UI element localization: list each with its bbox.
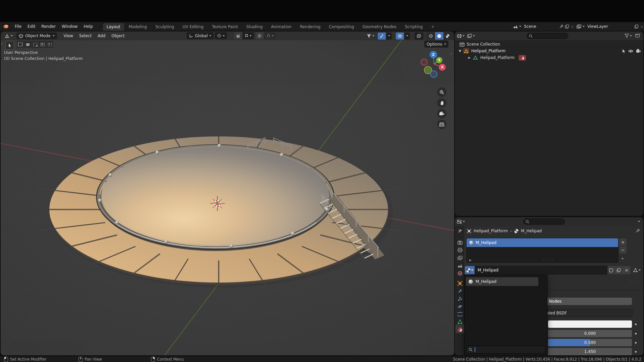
shading-solid-button[interactable] xyxy=(435,32,443,40)
tab-material[interactable] xyxy=(456,326,464,333)
breadcrumb-material[interactable]: M_Helipad xyxy=(521,229,542,233)
outliner-row-scene-collection[interactable]: Scene Collection xyxy=(455,41,643,48)
properties-search[interactable] xyxy=(523,219,565,225)
shading-material-button[interactable] xyxy=(443,32,452,40)
gizmo-axis-x[interactable]: X xyxy=(439,64,446,71)
menu-help[interactable]: Help xyxy=(81,24,95,29)
scene-canvas[interactable] xyxy=(1,40,454,355)
outliner-search[interactable] xyxy=(527,33,568,39)
navigation-gizmo[interactable]: Z Y X xyxy=(417,50,450,80)
link-material-dropdown[interactable] xyxy=(633,266,641,274)
outliner-display-mode-button[interactable] xyxy=(467,34,475,38)
proportional-editing-toggle[interactable] xyxy=(256,32,264,39)
orthographic-toggle-button[interactable] xyxy=(437,120,446,129)
outliner-row-helipad-object[interactable]: ▼ Helipad_Platform xyxy=(455,48,643,54)
tab-uv-editing[interactable]: UV Editing xyxy=(179,23,207,31)
tab-compositing[interactable]: Compositing xyxy=(325,23,358,31)
decorator-dot[interactable] xyxy=(635,351,637,353)
popup-item-m-helipad[interactable]: M_Helipad xyxy=(466,277,538,286)
ior-field[interactable]: 1.450 xyxy=(548,348,632,355)
remove-icon[interactable]: × xyxy=(640,24,644,29)
fake-user-shield-icon[interactable] xyxy=(607,268,615,273)
select-mode-extend[interactable] xyxy=(24,41,31,48)
pivot-point-dropdown[interactable] xyxy=(215,32,227,39)
hide-toggle-eye-icon[interactable] xyxy=(628,49,633,53)
xray-toggle[interactable] xyxy=(415,33,423,40)
viewport-menu-object[interactable]: Object xyxy=(109,34,127,38)
viewport-menu-add[interactable]: Add xyxy=(95,34,108,38)
expand-arrow-icon[interactable]: ▶ xyxy=(468,56,471,59)
tab-view-layer[interactable] xyxy=(456,254,464,261)
base-color-swatch[interactable] xyxy=(548,320,632,328)
outliner-filter-button[interactable] xyxy=(625,34,632,38)
shading-wireframe-button[interactable] xyxy=(427,32,435,40)
tab-world[interactable] xyxy=(456,269,464,277)
proportional-falloff-dropdown[interactable] xyxy=(264,32,276,39)
tab-tool[interactable] xyxy=(456,227,464,235)
properties-editor-type-button[interactable] xyxy=(457,220,465,224)
object-visibility-dropdown[interactable] xyxy=(364,33,377,40)
snap-with-dropdown[interactable] xyxy=(243,32,254,39)
decorator-dot[interactable] xyxy=(635,323,637,325)
tab-texture-paint[interactable]: Texture Paint xyxy=(208,23,241,31)
gizmo-axis-y[interactable]: Y xyxy=(436,57,442,63)
tab-geometry-nodes[interactable]: Geometry Nodes xyxy=(359,23,400,31)
gizmo-axis-z-neg[interactable] xyxy=(430,70,437,78)
overlays-toggle[interactable] xyxy=(396,33,404,40)
roughness-slider[interactable]: 0.500 xyxy=(548,339,632,346)
scene-selector[interactable]: Scene × xyxy=(511,23,577,30)
toolbar-expand-arrow[interactable]: › xyxy=(1,42,3,46)
copy-icon[interactable] xyxy=(634,24,639,29)
viewport-3d[interactable]: Object Mode View Select Add Object Globa… xyxy=(1,32,454,355)
gizmos-toggle[interactable] xyxy=(378,33,386,40)
viewport-menu-select[interactable]: Select xyxy=(76,34,94,38)
tab-render[interactable] xyxy=(456,239,464,246)
slot-specials-chevron[interactable] xyxy=(622,258,624,259)
tab-sculpting[interactable]: Sculpting xyxy=(152,23,178,31)
popup-search-field[interactable] xyxy=(466,346,545,354)
tab-physics[interactable] xyxy=(456,303,464,310)
material-badge-icon[interactable] xyxy=(519,55,526,61)
list-resize-grip[interactable]: ⋮⋮⋮⋮ xyxy=(542,259,554,262)
viewport-menu-view[interactable]: View xyxy=(61,34,76,38)
select-mode-new[interactable] xyxy=(17,41,24,48)
new-collection-button[interactable] xyxy=(635,33,641,38)
new-material-copy-icon[interactable] xyxy=(615,268,623,273)
pin-id-icon[interactable] xyxy=(636,229,640,233)
outliner-editor-type-button[interactable] xyxy=(457,34,465,38)
expand-arrow-icon[interactable]: ▼ xyxy=(459,49,461,53)
tab-rendering[interactable]: Rendering xyxy=(296,23,324,31)
metallic-field[interactable]: 0.000 xyxy=(548,330,632,337)
material-name-field[interactable]: M_Helipad xyxy=(475,266,607,275)
add-workspace-button[interactable]: + xyxy=(427,23,438,31)
browse-material-button[interactable] xyxy=(465,266,475,274)
overlays-dropdown[interactable] xyxy=(405,33,410,40)
unlink-material-icon[interactable]: × xyxy=(623,267,631,273)
tab-animation[interactable]: Animation xyxy=(267,23,295,31)
snap-toggle[interactable] xyxy=(234,32,242,39)
tab-output[interactable] xyxy=(456,246,464,254)
slot-remove-button[interactable]: − xyxy=(619,246,627,253)
tab-constraints[interactable] xyxy=(456,310,464,318)
menu-window[interactable]: Window xyxy=(59,24,80,29)
tab-shading[interactable]: Shading xyxy=(243,23,266,31)
copy-icon[interactable] xyxy=(565,24,569,29)
tab-scripting[interactable]: Scripting xyxy=(401,23,426,31)
camera-view-button[interactable] xyxy=(437,109,446,118)
outliner-row-helipad-mesh[interactable]: ▶ Helipad_Platform xyxy=(455,54,643,61)
panel-grip[interactable]: ⋮⋮⋮ xyxy=(630,280,639,283)
gizmos-dropdown[interactable] xyxy=(386,33,392,40)
select-mode-intersect[interactable] xyxy=(46,41,53,48)
gizmo-axis-x-neg[interactable] xyxy=(421,59,428,66)
decorator-dot[interactable] xyxy=(635,333,637,335)
menu-render[interactable]: Render xyxy=(39,24,58,29)
render-visibility-camera-icon[interactable] xyxy=(636,49,641,53)
selectable-toggle-icon[interactable] xyxy=(622,49,626,53)
unlink-icon[interactable]: × xyxy=(571,24,574,29)
decorator-dot[interactable] xyxy=(635,342,637,344)
pin-icon[interactable] xyxy=(559,24,564,28)
viewlayer-selector[interactable]: ViewLayer × xyxy=(574,23,644,30)
tab-modeling[interactable]: Modeling xyxy=(125,23,151,31)
menu-file[interactable]: File xyxy=(12,24,24,29)
zoom-button[interactable] xyxy=(437,87,446,97)
